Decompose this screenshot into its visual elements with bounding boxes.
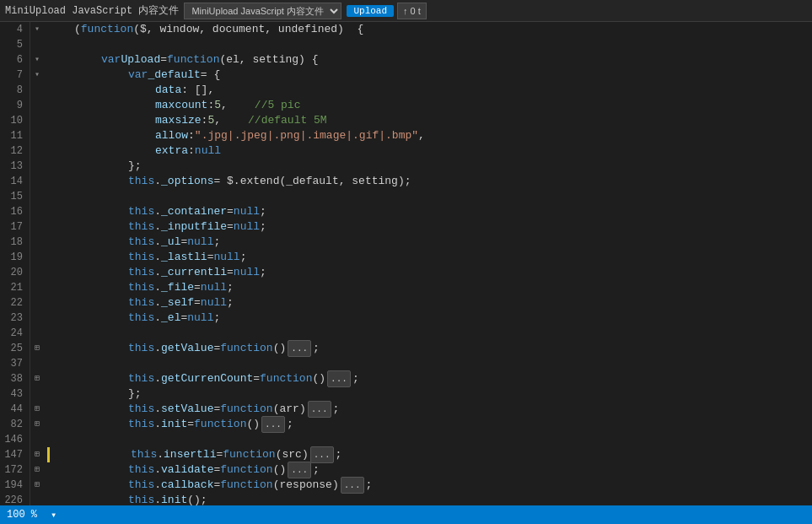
code-line-43: }; [47, 386, 812, 402]
gutter-226 [30, 493, 44, 505]
line-numbers: 4 5 6 7 8 9 10 11 12 13 14 15 16 17 18 1… [0, 22, 30, 505]
code-line-19: this._lastli = null; [47, 250, 812, 265]
top-bar-right: Upload ↑ 0 t [347, 3, 426, 19]
code-line-8: data: [], [47, 83, 812, 98]
gutter-15 [30, 189, 44, 204]
gutter-5 [30, 37, 44, 52]
gutter-8 [30, 83, 44, 98]
gutter-17 [30, 219, 44, 235]
gutter-38[interactable]: ⊞ [30, 371, 44, 386]
gutter-11 [30, 128, 44, 143]
gutter-10 [30, 113, 44, 128]
code-line-13: }; [47, 159, 812, 174]
zoom-level[interactable]: 100 % [7, 509, 37, 521]
code-line-12: extra: null [47, 143, 812, 159]
line-num-37: 37 [3, 356, 23, 371]
code-line-21: this._file = null; [47, 280, 812, 295]
line-num-4: 4 [3, 22, 23, 37]
gutter-24 [30, 326, 44, 341]
code-line-7: var _default = { [47, 68, 812, 83]
gutter-16 [30, 204, 44, 219]
line-num-5: 5 [3, 37, 23, 52]
collapse-38[interactable]: ... [327, 370, 351, 387]
code-line-17: this._inputfile = null; [47, 219, 812, 235]
line-num-18: 18 [3, 235, 23, 250]
code-line-82: this.init = function () ...; [47, 417, 812, 432]
gutter-12 [30, 143, 44, 159]
gutter: ▾ ▾ ▾ ⊞ ⊞ ⊞ ⊞ ⊞ ⊞ [30, 22, 44, 505]
line-num-43: 43 [3, 386, 23, 402]
collapse-172[interactable]: ... [288, 462, 311, 478]
code-line-25: this.getValue = function () ...; [47, 341, 812, 356]
code-line-6: var Upload = function (el, setting) { [47, 52, 812, 68]
editor-area: 4 5 6 7 8 9 10 11 12 13 14 15 16 17 18 1… [0, 22, 812, 505]
line-num-147: 147 [3, 447, 23, 462]
line-num-10: 10 [3, 113, 23, 128]
gutter-6[interactable]: ▾ [30, 52, 44, 68]
code-line-20: this._currentli = null; [47, 265, 812, 280]
gutter-22 [30, 295, 44, 311]
line-num-17: 17 [3, 219, 23, 235]
line-num-21: 21 [3, 280, 23, 295]
line-num-82: 82 [3, 417, 23, 432]
code-line-22: this._self = null; [47, 295, 812, 311]
gutter-172[interactable]: ⊞ [30, 462, 44, 478]
code-line-194: this.callback = function (response) ...; [47, 478, 812, 493]
line-num-146: 146 [3, 432, 23, 447]
gutter-14 [30, 174, 44, 189]
line-num-9: 9 [3, 98, 23, 113]
file-dropdown[interactable]: MiniUpload JavaScript 内容文件 [184, 3, 341, 19]
gutter-23 [30, 311, 44, 326]
top-bar-title: MiniUpload JavaScript 内容文件 [5, 3, 179, 18]
gutter-7[interactable]: ▾ [30, 68, 44, 83]
gutter-4[interactable]: ▾ [30, 22, 44, 37]
line-num-20: 20 [3, 265, 23, 280]
line-num-16: 16 [3, 204, 23, 219]
line-num-22: 22 [3, 295, 23, 311]
line-num-172: 172 [3, 462, 23, 478]
code-line-18: this._ul = null; [47, 235, 812, 250]
collapse-194[interactable]: ... [341, 477, 364, 494]
code-line-5 [47, 37, 812, 52]
gutter-82[interactable]: ⊞ [30, 417, 44, 432]
gutter-25[interactable]: ⊞ [30, 341, 44, 356]
gutter-44[interactable]: ⊞ [30, 402, 44, 417]
gutter-146 [30, 432, 44, 447]
gutter-43 [30, 386, 44, 402]
line-num-15: 15 [3, 189, 23, 204]
code-line-38: this.getCurrenCount = function () ...; [47, 371, 812, 386]
line-num-226: 226 [3, 493, 23, 505]
line-num-7: 7 [3, 68, 23, 83]
action-button[interactable]: ↑ 0 t [397, 3, 427, 19]
code-line-16: this._container = null; [47, 204, 812, 219]
line-num-8: 8 [3, 83, 23, 98]
collapse-82[interactable]: ... [261, 416, 285, 433]
code-line-14: this._options = $.extend(_default, setti… [47, 174, 812, 189]
line-num-11: 11 [3, 128, 23, 143]
gutter-20 [30, 265, 44, 280]
upload-badge: Upload [347, 5, 394, 17]
gutter-37 [30, 356, 44, 371]
collapse-25[interactable]: ... [288, 340, 311, 357]
gutter-194[interactable]: ⊞ [30, 478, 44, 493]
code-line-4: (function ($, window, document, undefine… [47, 22, 812, 37]
line-num-6: 6 [3, 52, 23, 68]
gutter-147[interactable]: ⊞ [30, 447, 44, 462]
zoom-arrow: ▾ [51, 509, 56, 521]
line-num-44: 44 [3, 402, 23, 417]
collapse-44[interactable]: ... [308, 401, 331, 418]
code-content[interactable]: (function ($, window, document, undefine… [44, 22, 812, 505]
gutter-21 [30, 280, 44, 295]
code-line-23: this._el = null; [47, 311, 812, 326]
code-line-172: this.validate = function () ...; [47, 462, 812, 478]
code-line-226: this.init(); [47, 493, 812, 505]
gutter-9 [30, 98, 44, 113]
collapse-147[interactable]: ... [310, 446, 334, 463]
line-num-19: 19 [3, 250, 23, 265]
line-num-38: 38 [3, 371, 23, 386]
line-num-25: 25 [3, 341, 23, 356]
gutter-13 [30, 159, 44, 174]
code-line-147: this.insertli = function (src) ...; [47, 447, 812, 462]
gutter-18 [30, 235, 44, 250]
code-line-37 [47, 356, 812, 371]
